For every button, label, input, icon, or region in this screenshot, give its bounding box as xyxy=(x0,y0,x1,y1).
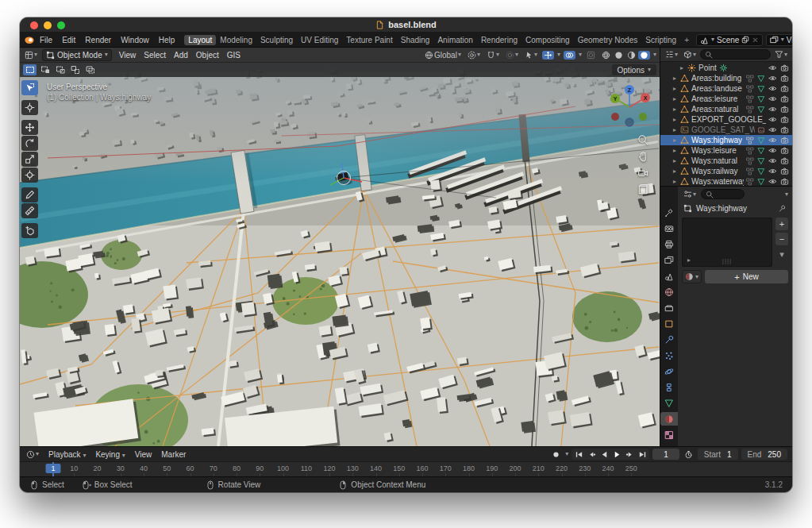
xray-toggle[interactable] xyxy=(585,51,597,60)
tool-add-cube-button[interactable] xyxy=(21,223,38,238)
outliner-item-areas-building[interactable]: ▸Areas:building xyxy=(660,73,792,83)
disclosure-icon[interactable]: ▸ xyxy=(672,168,678,175)
frame-start-field[interactable]: Start1 xyxy=(698,449,738,460)
options-dropdown[interactable]: Options ▾ xyxy=(612,64,656,75)
select-mode-intersect-button[interactable] xyxy=(83,64,97,75)
disable-in-renders-icon[interactable] xyxy=(780,125,789,134)
menubar-item-window[interactable]: Window xyxy=(116,36,154,44)
select-mode-subtract-button[interactable] xyxy=(53,64,67,75)
shading-material-preview-button[interactable] xyxy=(625,51,637,60)
hide-in-viewport-icon[interactable] xyxy=(768,64,777,72)
disable-in-renders-icon[interactable] xyxy=(780,167,789,175)
disable-in-renders-icon[interactable] xyxy=(780,115,789,124)
timeline-menu-keying[interactable]: Keying ▾ xyxy=(90,450,129,459)
outliner-item-areas-landuse[interactable]: ▸Areas:landuse xyxy=(660,83,792,94)
close-window-button[interactable] xyxy=(30,21,38,29)
disable-in-renders-icon[interactable] xyxy=(780,136,789,145)
frame-end-field[interactable]: End250 xyxy=(741,449,787,460)
outliner-item-ways-railway[interactable]: ▸Ways:railway xyxy=(660,166,792,176)
properties-tab-texture[interactable] xyxy=(660,428,678,441)
material-specials-chevron[interactable]: ▾ xyxy=(775,248,788,260)
workspace-tab-geometry-nodes[interactable]: Geometry Nodes xyxy=(574,35,642,45)
properties-tab-physics[interactable] xyxy=(660,364,678,378)
snap-toggle[interactable]: ▾ xyxy=(485,51,501,60)
timeline-ruler[interactable]: 1 10203040506070809010011012013014015016… xyxy=(20,461,792,476)
hide-in-viewport-icon[interactable] xyxy=(768,115,777,124)
jump-to-end-button[interactable] xyxy=(636,449,648,460)
outliner-display-mode-dropdown[interactable]: ▾ xyxy=(682,50,698,59)
select-mode-invert-button[interactable] xyxy=(68,64,82,75)
pin-icon[interactable] xyxy=(778,204,787,213)
current-frame-chip[interactable]: 1 xyxy=(45,464,60,473)
viewport-scene[interactable] xyxy=(20,63,660,446)
disable-in-renders-icon[interactable] xyxy=(780,64,789,72)
disable-in-renders-icon[interactable] xyxy=(780,105,789,114)
tool-transform-button[interactable] xyxy=(21,168,38,183)
outliner-item-google-sat-wm[interactable]: ▸GOOGLE_SAT_WM xyxy=(660,125,792,135)
navigation-gizmo[interactable]: ZYX xyxy=(606,82,653,129)
proportional-editing-toggle[interactable]: ▾ xyxy=(504,51,520,60)
disable-in-renders-icon[interactable] xyxy=(780,177,789,186)
properties-tab-constraints[interactable] xyxy=(660,380,678,394)
minimize-window-button[interactable] xyxy=(44,21,52,29)
hide-in-viewport-icon[interactable] xyxy=(768,177,777,186)
disclosure-icon[interactable]: ▸ xyxy=(672,85,678,92)
outliner-item-areas-natural[interactable]: ▸Areas:natural xyxy=(660,104,792,114)
browse-material-dropdown[interactable]: ▾ xyxy=(682,270,702,283)
properties-tab-collection[interactable] xyxy=(660,301,678,314)
workspace-tab-scripting[interactable]: Scripting xyxy=(641,35,680,45)
select-mode-set-button[interactable] xyxy=(23,64,37,75)
disable-in-renders-icon[interactable] xyxy=(780,156,789,165)
tool-rotate-button[interactable] xyxy=(21,136,38,151)
properties-options-chevron[interactable]: ▾ xyxy=(785,191,788,198)
disclosure-icon[interactable]: ▸ xyxy=(672,137,678,144)
disclosure-icon[interactable]: ▸ xyxy=(672,95,678,102)
properties-search-input[interactable] xyxy=(701,189,745,199)
timeline-menu-view[interactable]: View xyxy=(130,450,157,459)
hide-in-viewport-icon[interactable] xyxy=(768,94,777,103)
viewport-menu-view[interactable]: View xyxy=(115,51,140,60)
hide-in-viewport-icon[interactable] xyxy=(768,105,777,114)
outliner-search-input[interactable] xyxy=(700,49,771,60)
menubar-item-render[interactable]: Render xyxy=(80,36,116,44)
workspace-tab-sculpting[interactable]: Sculpting xyxy=(256,35,297,45)
properties-tab-world[interactable] xyxy=(660,285,678,299)
disable-in-renders-icon[interactable] xyxy=(780,74,789,83)
unlink-scene-icon[interactable]: ✕ xyxy=(752,36,758,44)
add-workspace-button[interactable]: + xyxy=(680,36,693,44)
add-material-slot-button[interactable]: + xyxy=(775,218,788,230)
workspace-tab-layout[interactable]: Layout xyxy=(184,35,216,45)
outliner-item-areas-leisure[interactable]: ▸Areas:leisure xyxy=(660,94,792,104)
next-keyframe-button[interactable] xyxy=(623,449,636,460)
menubar-item-edit[interactable]: Edit xyxy=(57,36,80,44)
outliner-item-point[interactable]: ▸Point xyxy=(660,63,792,73)
show-gizmo-toggle[interactable] xyxy=(542,51,554,60)
outliner-item-ways-leisure[interactable]: ▸Ways:leisure xyxy=(660,145,792,156)
properties-tab-scene[interactable] xyxy=(660,269,678,283)
workspace-tab-compositing[interactable]: Compositing xyxy=(521,35,574,45)
tool-select-box-button[interactable] xyxy=(21,80,38,95)
hide-in-viewport-icon[interactable] xyxy=(768,136,777,145)
play-reverse-button[interactable] xyxy=(598,449,610,460)
properties-tab-render[interactable] xyxy=(660,222,678,235)
viewport-menu-select[interactable]: Select xyxy=(140,51,170,60)
properties-tab-tool[interactable] xyxy=(660,206,678,219)
transform-orientation-dropdown[interactable]: Global ▾ xyxy=(423,51,463,60)
disable-in-renders-icon[interactable] xyxy=(780,94,789,103)
menubar-item-file[interactable]: File xyxy=(35,36,57,44)
disclosure-icon[interactable]: ▸ xyxy=(672,75,678,82)
shading-wireframe-button[interactable] xyxy=(600,51,612,60)
workspace-tab-uv-editing[interactable]: UV Editing xyxy=(297,35,342,45)
editor-type-timeline-icon[interactable]: ▾ xyxy=(25,450,40,459)
outliner-item-export-google-sat-w[interactable]: ▸EXPORT_GOOGLE_SAT_W xyxy=(660,114,792,125)
zoom-icon[interactable] xyxy=(637,134,648,145)
timeline-menu-marker[interactable]: Marker xyxy=(156,450,190,459)
properties-tab-object[interactable] xyxy=(660,317,678,330)
outliner-item-ways-highway[interactable]: ▸Ways:highway xyxy=(660,135,792,145)
disclosure-icon[interactable]: ▸ xyxy=(672,147,678,154)
workspace-tab-rendering[interactable]: Rendering xyxy=(477,35,521,45)
current-frame-field[interactable]: 1 xyxy=(652,449,679,460)
properties-tab-particles[interactable] xyxy=(660,349,678,362)
tool-cursor-button[interactable] xyxy=(21,100,38,115)
editor-type-outliner-icon[interactable]: ▾ xyxy=(664,50,679,59)
